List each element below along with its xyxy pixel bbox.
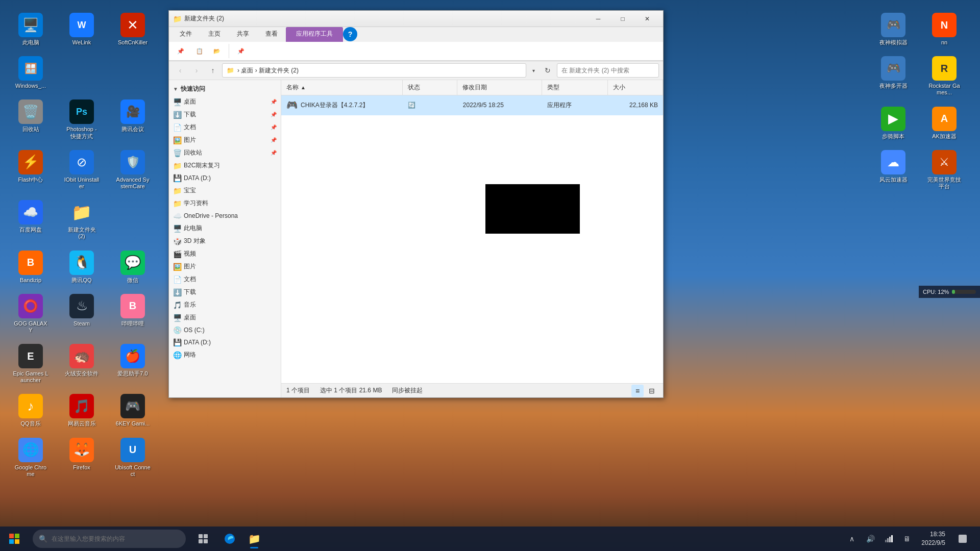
close-button[interactable]: ✕ (635, 11, 659, 27)
desktop-icon-new-folder[interactable]: 📁 新建文件夹 (2) (61, 197, 102, 242)
nav-item-music[interactable]: 🎵 音乐 (169, 298, 281, 311)
nav-item-downloads[interactable]: ⬇️ 下载 📌 (169, 108, 281, 121)
open-window-button[interactable]: 📂 (209, 46, 225, 57)
nav-item-study[interactable]: 📁 学习资料 (169, 197, 281, 210)
pin-taskbar-button[interactable]: 📌 (233, 46, 249, 57)
network-tray-icon[interactable] (880, 528, 897, 550)
nav-item-baobao[interactable]: 📁 宝宝 (169, 184, 281, 197)
desktop-icon-gog[interactable]: ⭕ GOG GALAXY (10, 291, 51, 336)
back-button[interactable]: ‹ (173, 63, 187, 78)
tab-share[interactable]: 共享 (229, 27, 257, 42)
desktop-icon-qq[interactable]: 🐧 腾讯QQ (61, 248, 102, 286)
taskbar-icon-edge[interactable] (218, 528, 241, 550)
desktop-icon-chrome[interactable]: 🌐 Google Chrome (10, 435, 51, 480)
search-input[interactable] (557, 63, 659, 78)
nav-item-recycle[interactable]: 🗑️ 回收站 📌 (169, 146, 281, 159)
wanmei-icon: ⚔ (932, 150, 957, 174)
tab-file[interactable]: 文件 (172, 27, 200, 42)
refresh-button[interactable]: ↻ (541, 63, 555, 78)
desktop-icon-bilibili[interactable]: B 哔哩哔哩 (112, 291, 153, 336)
col-header-date[interactable]: 修改日期 (457, 80, 542, 95)
list-view-button[interactable]: ≡ (631, 385, 644, 397)
nav-item-pictures[interactable]: 🖼️ 图片 📌 (169, 134, 281, 146)
nav-item-downloads2[interactable]: ⬇️ 下载 (169, 286, 281, 298)
desktop-icon-6key[interactable]: 🎮 6KEY Gami... (112, 391, 153, 430)
forward-button[interactable]: › (189, 63, 204, 78)
nav-item-onedrive[interactable]: ☁️ OneDrive - Persona (169, 210, 281, 222)
taskbar-icon-file-explorer[interactable]: 📁 (243, 528, 265, 550)
desktop-icon-rockstar[interactable]: R Rockstar Games... (924, 54, 965, 98)
desktop-icon-softcnkiller[interactable]: ✕ SoftCnKiller (112, 10, 153, 48)
up-button[interactable]: ↑ (206, 63, 220, 78)
display-tray-icon[interactable]: 🖥 (899, 528, 915, 550)
desktop-icon-welink[interactable]: W WeLink (61, 10, 102, 48)
nav-item-videos[interactable]: 🎬 视频 (169, 247, 281, 260)
nav-item-os-c[interactable]: 💿 OS (C:) (169, 324, 281, 336)
desktop-icon-netease-music[interactable]: 🎵 网易云音乐 (61, 391, 102, 430)
nav-item-3d-objects[interactable]: 🎲 3D 对象 (169, 235, 281, 247)
col-header-name[interactable]: 名称 ▲ (281, 80, 403, 95)
desktop-icon-photoshop[interactable]: Ps Photoshop - 快捷方式 (61, 97, 102, 142)
nav-item-data-d2[interactable]: 💾 DATA (D:) (169, 336, 281, 348)
desktop-icon-bandizip[interactable]: B Bandizip (10, 248, 51, 286)
nav-item-this-pc[interactable]: 🖥️ 此电脑 (169, 222, 281, 235)
minimize-button[interactable]: ─ (586, 11, 610, 27)
desktop-icon-qq-music[interactable]: ♪ QQ音乐 (10, 391, 51, 430)
system-clock[interactable]: 18:35 2022/9/5 (917, 530, 949, 547)
desktop-icon-nn[interactable]: N nn (924, 10, 965, 48)
pin-quick-access-button[interactable]: 📌 (173, 46, 190, 57)
notification-button[interactable] (951, 528, 974, 550)
nav-item-data-d[interactable]: 💾 DATA (D:) (169, 172, 281, 184)
desktop-icon-baidu-netdisk[interactable]: ☁️ 百度网盘 (10, 197, 51, 242)
tab-home[interactable]: 主页 (200, 27, 229, 42)
desktop-icon-wanmei[interactable]: ⚔ 完美世界竞技平台 (924, 147, 965, 192)
table-row[interactable]: 🎮 CHIKA登录器【4.2.7.2】 🔄 2022/9/5 18:25 应用程… (281, 95, 663, 115)
col-header-type[interactable]: 类型 (542, 80, 608, 95)
desktop-icon-epic[interactable]: E Epic Games Launcher (10, 341, 51, 386)
maximize-button[interactable]: □ (611, 11, 634, 27)
task-view-button[interactable] (192, 528, 214, 550)
nav-item-b2c[interactable]: 📁 B2C期末复习 (169, 159, 281, 172)
help-button[interactable]: ? (343, 27, 357, 41)
copy-path-button[interactable]: 📋 (192, 46, 207, 57)
desktop-icon-windows-tools[interactable]: 🪟 Windows_... (10, 54, 51, 92)
col-header-status[interactable]: 状态 (403, 80, 458, 95)
desktop-icon-recycle[interactable]: 🗑️ 回收站 (10, 97, 51, 142)
desktop-icon-fengniu[interactable]: ☁ 风云加速器 (873, 147, 914, 192)
ribbon-tabs: 文件 主页 共享 查看 应用程序工具 ? (169, 27, 663, 42)
desktop-icon-buqi[interactable]: ▶ 步骑脚本 (873, 104, 914, 142)
desktop-icon-this-pc[interactable]: 🖥️ 此电脑 (10, 10, 51, 48)
quick-access-header[interactable]: ▼ 快速访问 (169, 83, 281, 95)
desktop-icon-ubisoft[interactable]: U Ubisoft Connect (112, 435, 153, 480)
details-view-button[interactable]: ⊟ (646, 385, 658, 397)
desktop-icon-nox-multi[interactable]: 🎮 夜神多开器 (873, 54, 914, 98)
nav-item-desktop[interactable]: 🖥️ 桌面 📌 (169, 95, 281, 108)
desktop-icon-nox[interactable]: 🎮 夜神模拟器 (873, 10, 914, 48)
desktop-icon-ak[interactable]: A AK加速器 (924, 104, 965, 142)
nav-item-documents2[interactable]: 📄 文档 (169, 273, 281, 286)
hidden-icons-button[interactable]: ∧ (844, 528, 860, 550)
address-dropdown-button[interactable]: ▾ (528, 63, 538, 78)
nav-item-pictures2[interactable]: 🖼️ 图片 (169, 260, 281, 273)
nav-item-network[interactable]: 🌐 网络 (169, 348, 281, 361)
desktop-icon-huoxian[interactable]: 🦔 火绒安全软件 (61, 341, 102, 386)
desktop-icon-wechat[interactable]: 💬 微信 (112, 248, 153, 286)
address-path[interactable]: 📁 › 桌面 › 新建文件夹 (2) (222, 63, 526, 78)
nav-item-documents[interactable]: 📄 文档 📌 (169, 121, 281, 134)
file-list-scroll[interactable]: 🎮 CHIKA登录器【4.2.7.2】 🔄 2022/9/5 18:25 应用程… (281, 95, 663, 383)
desktop-icon-flash[interactable]: ⚡ Flash中心 (10, 147, 51, 192)
desktop-icon-advanced-systemcare[interactable]: 🛡️ Advanced SystemCare (112, 147, 153, 192)
desktop-icon-aisi[interactable]: 🍎 爱思助手7.0 (112, 341, 153, 386)
tab-view[interactable]: 查看 (257, 27, 286, 42)
tab-app-tools[interactable]: 应用程序工具 (286, 27, 343, 42)
taskbar-search[interactable]: 🔍 (33, 530, 186, 548)
desktop-icon-steam[interactable]: ♨ Steam (61, 291, 102, 336)
col-header-size[interactable]: 大小 (608, 80, 663, 95)
desktop-icon-iobit[interactable]: ⊘ IObit Uninstaller (61, 147, 102, 192)
volume-icon[interactable]: 🔊 (862, 528, 878, 550)
nav-item-desktop2[interactable]: 🖥️ 桌面 (169, 311, 281, 324)
start-button[interactable] (0, 527, 29, 551)
taskbar-search-input[interactable] (52, 535, 179, 542)
desktop-icon-firefox[interactable]: 🦊 Firefox (61, 435, 102, 480)
desktop-icon-tencent-meeting[interactable]: 🎥 腾讯会议 (112, 97, 153, 142)
